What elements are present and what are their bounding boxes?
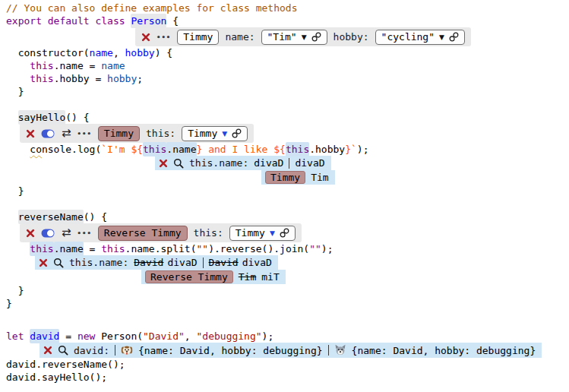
- code-line-reversename: reverseName() {: [6, 210, 569, 223]
- reversename-example-widget: ⇄ ••• Reverse Timmy this: Timmy ▼: [20, 223, 302, 242]
- code-line-close-class: }: [6, 297, 569, 310]
- close-probe-icon[interactable]: [43, 346, 52, 355]
- code-line-sayhello: sayHello() {: [6, 111, 569, 124]
- probe-new-right: divaD: [242, 257, 272, 268]
- code-line-assign-name: this.name = name: [6, 59, 569, 72]
- code-line-close-sayhello: }: [6, 185, 569, 198]
- more-options-icon[interactable]: •••: [77, 229, 92, 237]
- probe-new-left: divaD: [167, 257, 197, 268]
- this-value-dropdown[interactable]: Timmy ▼: [182, 126, 248, 141]
- code-line-class-declaration: export default class Person {: [6, 14, 569, 27]
- this-value: Timmy: [236, 227, 265, 239]
- value-divider: [203, 258, 204, 268]
- probe-old-left: David: [134, 257, 163, 268]
- close-probe-icon[interactable]: [39, 258, 48, 267]
- name-value: "Tim": [267, 31, 297, 43]
- toggle-on-icon[interactable]: [41, 129, 55, 138]
- caret-down-icon: ▼: [222, 130, 227, 138]
- link-icon[interactable]: [232, 128, 242, 138]
- this-value-dropdown[interactable]: Timmy ▼: [229, 226, 296, 241]
- code-editor[interactable]: // You can also define examples for clas…: [0, 0, 569, 384]
- hobby-param-label: hobby:: [333, 31, 369, 43]
- hobby-value: "cycling": [381, 31, 435, 43]
- dog-icon: [121, 344, 133, 356]
- example-name-button[interactable]: Timmy: [177, 30, 219, 45]
- probe-object-left: {name: David, hobby: debugging}: [138, 345, 323, 356]
- link-icon[interactable]: [280, 228, 289, 238]
- remove-example-icon[interactable]: [26, 229, 35, 238]
- value-divider: [328, 345, 329, 356]
- example-name-label: Timmy: [104, 128, 134, 139]
- code-line-call-sayhello: david.sayHello();: [6, 371, 569, 384]
- caret-down-icon: ▼: [439, 33, 444, 41]
- close-probe-icon[interactable]: [159, 159, 168, 168]
- caret-down-icon: ▼: [302, 33, 307, 41]
- code-line-reverse-body: this.name = this.name.split("").reverse(…: [6, 242, 569, 255]
- probe-old-right: David: [209, 257, 239, 268]
- reversename-probe-row2: Reverse Timmy Tim miT: [141, 270, 286, 284]
- example-name-label: Reverse Timmy: [104, 227, 182, 239]
- more-options-icon[interactable]: •••: [156, 33, 171, 41]
- swap-arrows-icon[interactable]: ⇄: [62, 128, 71, 139]
- probe-value-left: divaD: [254, 157, 283, 169]
- this-value: Timmy: [188, 128, 217, 139]
- link-icon[interactable]: [311, 32, 321, 42]
- code-line-console-log: console.log(`I'm ${this.name} and I like…: [6, 143, 569, 156]
- caret-down-icon: ▼: [270, 229, 275, 237]
- example-badge-label: Reverse Timmy: [150, 271, 228, 283]
- magnifier-icon[interactable]: [58, 345, 68, 356]
- code-line-close-constructor: }: [6, 85, 569, 98]
- example-new-value: miT: [261, 271, 279, 283]
- magnifier-icon[interactable]: [53, 258, 64, 268]
- code-line-comment: // You can also define examples for clas…: [6, 2, 569, 14]
- more-options-icon[interactable]: •••: [77, 130, 92, 138]
- remove-example-icon[interactable]: [141, 33, 150, 42]
- wolf-icon: [334, 344, 346, 356]
- probe-object-right: {name: David, hobby: debugging}: [352, 345, 536, 356]
- example-name-button[interactable]: Timmy: [98, 126, 140, 141]
- toggle-on-icon[interactable]: [41, 229, 55, 238]
- code-line-call-reversename: david.reverseName();: [6, 358, 569, 371]
- value-divider: [289, 158, 289, 169]
- code-line-assign-hobby: this.hobby = hobby;: [6, 72, 569, 85]
- swap-arrows-icon[interactable]: ⇄: [62, 227, 71, 239]
- reversename-probe-row1: this.name: David divaD David divaD: [35, 255, 278, 270]
- probe-label: this.name:: [69, 257, 128, 268]
- name-param-label: name:: [225, 31, 254, 43]
- code-line-constructor: constructor(name, hobby) {: [6, 46, 569, 59]
- code-line-let-david: let david = new Person("David", "debuggi…: [6, 330, 569, 343]
- example-badge[interactable]: Reverse Timmy: [145, 270, 233, 283]
- name-value-dropdown[interactable]: "Tim" ▼: [261, 30, 327, 45]
- example-name-button[interactable]: Reverse Timmy: [98, 226, 188, 241]
- sayhello-probe-row1: this.name: divaD divaD: [155, 156, 331, 170]
- example-badge[interactable]: Timmy: [265, 171, 305, 184]
- sayhello-example-widget: ⇄ ••• Timmy this: Timmy ▼: [20, 124, 254, 143]
- sayhello-probe-row2: Timmy Tim: [261, 170, 335, 185]
- probe-value-right: divaD: [295, 157, 324, 169]
- example-probe-value: Tim: [311, 172, 328, 183]
- example-old-value: Tim: [239, 271, 256, 283]
- class-example-widget: ••• Timmy name: "Tim" ▼ hobby: "cycling"…: [135, 27, 471, 46]
- hobby-value-dropdown[interactable]: "cycling" ▼: [375, 30, 465, 45]
- probe-label: this.name:: [189, 157, 248, 169]
- value-divider: [115, 345, 115, 356]
- magnifier-icon[interactable]: [173, 158, 184, 169]
- this-param-label: this:: [194, 227, 223, 239]
- example-name-label: Timmy: [183, 31, 213, 43]
- remove-example-icon[interactable]: [26, 129, 35, 138]
- example-badge-label: Timmy: [270, 172, 300, 183]
- link-icon[interactable]: [449, 32, 459, 42]
- this-param-label: this:: [146, 128, 175, 139]
- code-line-close-reversename: }: [6, 284, 569, 297]
- probe-label: david:: [74, 345, 109, 356]
- david-probe-row: david: {name: David, hobby: debugging} {…: [40, 343, 542, 358]
